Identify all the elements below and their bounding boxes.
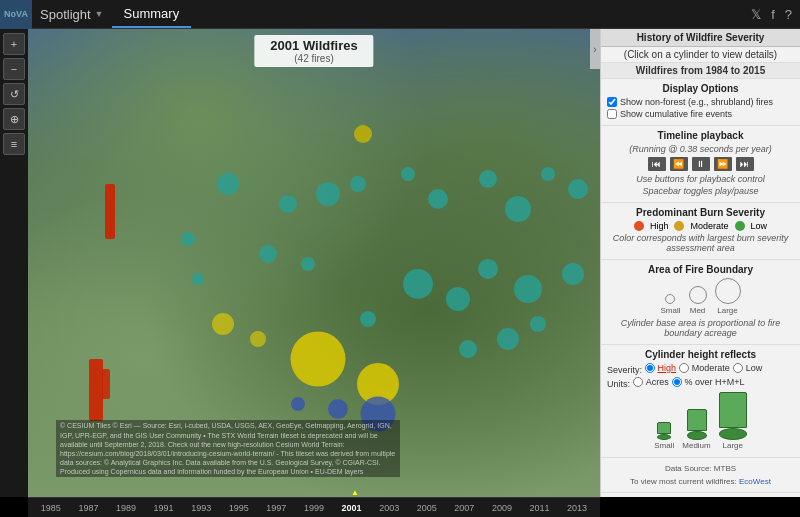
fire-marker-teal-18[interactable] bbox=[497, 328, 519, 350]
menu-button[interactable]: ≡ bbox=[3, 133, 25, 155]
timeline-year-2011[interactable]: 2011 bbox=[521, 503, 559, 513]
cylinder-medium: Medium bbox=[682, 409, 710, 450]
severity-moderate-radio-label: Moderate bbox=[679, 363, 730, 373]
units-percent-radio[interactable] bbox=[672, 377, 682, 387]
zoom-out-button[interactable]: − bbox=[3, 58, 25, 80]
map-background: 2001 Wildfires (42 fires) bbox=[28, 29, 600, 497]
severity-note: Color corresponds with largest burn seve… bbox=[607, 233, 794, 253]
boundary-large-label: Large bbox=[717, 306, 737, 315]
facebook-icon[interactable]: f bbox=[771, 7, 775, 22]
fire-marker-red-3[interactable] bbox=[102, 369, 110, 399]
fire-marker-teal-4[interactable] bbox=[350, 176, 366, 192]
play-back-button[interactable]: ⏪ bbox=[670, 157, 688, 171]
play-forward-button[interactable]: ⏩ bbox=[714, 157, 732, 171]
panel-toggle-button[interactable]: › bbox=[590, 29, 600, 69]
timeline-year-1985[interactable]: 1985 bbox=[32, 503, 70, 513]
fire-marker-yellow-3[interactable] bbox=[212, 313, 234, 335]
fire-marker-teal-3[interactable] bbox=[316, 182, 340, 206]
fire-marker-teal-13[interactable] bbox=[478, 259, 498, 279]
timeline-playback-block: Timeline playback (Running @ 0.38 second… bbox=[601, 126, 800, 203]
fire-marker-blue-2[interactable] bbox=[328, 399, 348, 419]
units-row: Units: Acres % over H+M+L bbox=[607, 377, 794, 389]
severity-low-radio[interactable] bbox=[733, 363, 743, 373]
fire-marker-teal-23[interactable] bbox=[192, 273, 204, 285]
zoom-in-button[interactable]: + bbox=[3, 33, 25, 55]
timeline-year-2009[interactable]: 2009 bbox=[483, 503, 521, 513]
fire-marker-teal-21[interactable] bbox=[259, 245, 277, 263]
left-sidebar: + − ↺ ⊕ ≡ bbox=[0, 29, 28, 497]
logo: NoVA bbox=[0, 0, 32, 29]
boundary-med-label: Med bbox=[690, 306, 706, 315]
timeline-year-1993[interactable]: 1993 bbox=[182, 503, 220, 513]
timeline-year-1997[interactable]: 1997 bbox=[258, 503, 296, 513]
reset-button[interactable]: ↺ bbox=[3, 83, 25, 105]
nonforest-checkbox-row: Show non-forest (e.g., shrubland) fires bbox=[607, 97, 794, 107]
timeline-year-1995[interactable]: 1995 bbox=[220, 503, 258, 513]
fire-marker-teal-9[interactable] bbox=[541, 167, 555, 181]
fire-marker-teal-14[interactable] bbox=[514, 275, 542, 303]
map[interactable]: 2001 Wildfires (42 fires) bbox=[28, 29, 600, 497]
fire-marker-teal-7[interactable] bbox=[479, 170, 497, 188]
help-icon[interactable]: ? bbox=[785, 7, 792, 22]
timeline-year-1989[interactable]: 1989 bbox=[107, 503, 145, 513]
cumulative-checkbox-row: Show cumulative fire events bbox=[607, 109, 794, 119]
panel-main-title: History of Wildfire Severity bbox=[601, 29, 800, 47]
timeline-speed-note: (Running @ 0.38 seconds per year) bbox=[607, 144, 794, 154]
fire-marker-teal-17[interactable] bbox=[459, 340, 477, 358]
fire-marker-teal-20[interactable] bbox=[181, 232, 195, 246]
units-acres-radio[interactable] bbox=[633, 377, 643, 387]
fire-marker-blue-1[interactable] bbox=[361, 397, 396, 432]
ecowest-prefix: To view most current wildfires: bbox=[630, 477, 739, 486]
fire-marker-teal-15[interactable] bbox=[562, 263, 584, 285]
fire-marker-blue-3[interactable] bbox=[291, 397, 305, 411]
panel-date-range: Wildfires from 1984 to 2015 bbox=[601, 63, 800, 79]
spotlight-button[interactable]: Spotlight ▼ bbox=[32, 0, 112, 28]
severity-low-label: Low bbox=[751, 221, 768, 231]
play-pause-button[interactable]: ⏸ bbox=[692, 157, 710, 171]
fire-marker-red-1[interactable] bbox=[105, 184, 115, 239]
timeline-year-2013[interactable]: 2013 bbox=[558, 503, 596, 513]
units-acres-label: Acres bbox=[633, 377, 669, 387]
ecowest-link[interactable]: EcoWest bbox=[739, 477, 771, 486]
cylinder-small: Small bbox=[654, 422, 674, 450]
nonforest-checkbox[interactable] bbox=[607, 97, 617, 107]
fire-marker-teal-12[interactable] bbox=[446, 287, 470, 311]
fire-marker-yellow-1[interactable] bbox=[291, 332, 346, 387]
fire-marker-teal-19[interactable] bbox=[530, 316, 546, 332]
timeline-year-1999[interactable]: 1999 bbox=[295, 503, 333, 513]
fire-marker-teal-10[interactable] bbox=[568, 179, 588, 199]
severity-moderate-radio[interactable] bbox=[679, 363, 689, 373]
fire-marker-teal-1[interactable] bbox=[217, 173, 239, 195]
summary-tab[interactable]: Summary bbox=[112, 0, 192, 28]
map-title: 2001 Wildfires (42 fires) bbox=[254, 35, 373, 67]
timeline-year-2007[interactable]: 2007 bbox=[446, 503, 484, 513]
boundary-block: Area of Fire Boundary Small Med Large Cy… bbox=[601, 260, 800, 345]
play-begin-button[interactable]: ⏮ bbox=[648, 157, 666, 171]
fire-marker-teal-11[interactable] bbox=[403, 269, 433, 299]
severity-legend-row: High Moderate Low bbox=[607, 221, 794, 231]
fire-marker-teal-2[interactable] bbox=[279, 195, 297, 213]
cumulative-checkbox[interactable] bbox=[607, 109, 617, 119]
fire-marker-red-2[interactable] bbox=[89, 359, 103, 421]
fire-marker-teal-8[interactable] bbox=[505, 196, 531, 222]
severity-high-radio[interactable] bbox=[645, 363, 655, 373]
fire-marker-yellow-5[interactable] bbox=[354, 125, 372, 143]
fire-marker-teal-22[interactable] bbox=[301, 257, 315, 271]
timeline-year-2001[interactable]: 2001 bbox=[333, 503, 371, 513]
timeline-year-2005[interactable]: 2005 bbox=[408, 503, 446, 513]
severity-high-label: High bbox=[650, 221, 669, 231]
timeline-year-1991[interactable]: 1991 bbox=[145, 503, 183, 513]
source-block: Data Source: MTBS To view most current w… bbox=[601, 458, 800, 493]
fire-marker-teal-5[interactable] bbox=[401, 167, 415, 181]
timeline-year-2003[interactable]: 2003 bbox=[370, 503, 408, 513]
layers-button[interactable]: ⊕ bbox=[3, 108, 25, 130]
boundary-title: Area of Fire Boundary bbox=[607, 264, 794, 275]
fire-marker-teal-6[interactable] bbox=[428, 189, 448, 209]
timeline-year-1987[interactable]: 1987 bbox=[70, 503, 108, 513]
twitter-icon[interactable]: 𝕏 bbox=[751, 7, 761, 22]
fire-marker-teal-16[interactable] bbox=[360, 311, 376, 327]
app: NoVA Spotlight ▼ Summary 𝕏 f ? + − ↺ ⊕ ≡… bbox=[0, 0, 800, 517]
fire-marker-yellow-4[interactable] bbox=[250, 331, 266, 347]
cyl-medium-label: Medium bbox=[682, 441, 710, 450]
play-end-button[interactable]: ⏭ bbox=[736, 157, 754, 171]
